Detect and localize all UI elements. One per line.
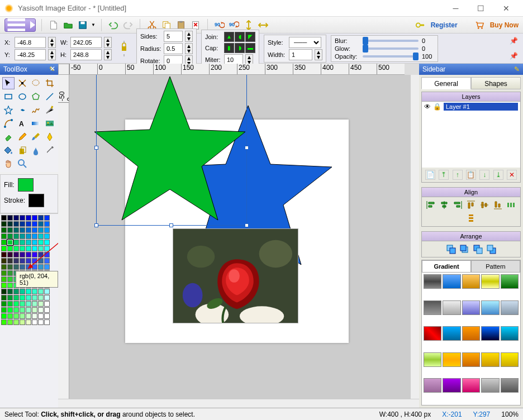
- palette-cell[interactable]: [7, 301, 13, 307]
- palette-cell[interactable]: [1, 233, 7, 239]
- distribute-h-icon[interactable]: [506, 199, 517, 211]
- main-menu-button[interactable]: [4, 18, 36, 32]
- palette-cell[interactable]: [1, 240, 7, 245]
- layer-bottom-icon[interactable]: ⤓: [493, 170, 503, 180]
- gradient-swatch[interactable]: [443, 274, 460, 289]
- palette-cell[interactable]: [7, 283, 13, 288]
- layer-down-icon[interactable]: ↓: [479, 170, 489, 180]
- image-tool[interactable]: [44, 117, 56, 130]
- palette-cell[interactable]: [32, 319, 37, 325]
- radius-spinner[interactable]: ▴▾: [185, 43, 193, 54]
- brush-tool[interactable]: [30, 131, 42, 143]
- palette-cell[interactable]: [38, 289, 44, 294]
- palette-cell[interactable]: [13, 258, 19, 264]
- gradient-swatch[interactable]: [481, 352, 499, 367]
- palette-cell[interactable]: [13, 289, 19, 294]
- spiral-tool[interactable]: [16, 104, 28, 116]
- align-center-v-icon[interactable]: [479, 199, 490, 211]
- gradient-swatch[interactable]: [501, 300, 519, 315]
- text-tool[interactable]: A: [16, 117, 28, 130]
- canvas-viewport[interactable]: [69, 75, 410, 399]
- line-tool[interactable]: [44, 90, 56, 103]
- open-file-icon[interactable]: [62, 19, 74, 31]
- palette-cell[interactable]: [38, 313, 44, 319]
- palette-cell[interactable]: [13, 240, 19, 245]
- palette-cell[interactable]: [13, 295, 19, 300]
- layer-up-icon[interactable]: ↑: [453, 170, 463, 180]
- minimize-button[interactable]: ─: [443, 0, 468, 17]
- palette-cell[interactable]: [7, 215, 13, 221]
- palette-cell[interactable]: [7, 264, 13, 270]
- palette-cell[interactable]: [38, 295, 44, 300]
- palette-cell[interactable]: [32, 307, 37, 313]
- gradient-swatch[interactable]: [424, 300, 441, 315]
- new-layer-icon[interactable]: 📄: [425, 170, 435, 180]
- key-icon[interactable]: [414, 19, 426, 31]
- h-input[interactable]: [70, 49, 102, 60]
- palette-cell[interactable]: [26, 301, 31, 307]
- smudge-tool[interactable]: [30, 144, 42, 156]
- palette-cell[interactable]: [1, 307, 7, 313]
- palette-cell[interactable]: [1, 264, 7, 270]
- palette-cell[interactable]: [1, 301, 7, 307]
- save-dropdown-icon[interactable]: ▼: [91, 22, 96, 27]
- new-file-icon[interactable]: [47, 19, 60, 31]
- buynow-link[interactable]: Buy Now: [490, 21, 519, 29]
- pin-bottom-icon[interactable]: 📌: [510, 52, 519, 60]
- palette-cell[interactable]: [32, 215, 37, 221]
- select-tool[interactable]: [2, 77, 15, 89]
- palette-cell[interactable]: [7, 295, 13, 300]
- stroke-swatch[interactable]: [28, 194, 44, 207]
- palette-cell[interactable]: [1, 319, 7, 325]
- gradient-swatch[interactable]: [443, 378, 460, 393]
- toolbox-close-icon[interactable]: ✕: [48, 65, 57, 74]
- palette-cell[interactable]: [26, 319, 31, 325]
- palette-cell[interactable]: [1, 295, 7, 300]
- w-spinner[interactable]: ▴▾: [104, 37, 112, 48]
- lasso-tool[interactable]: [30, 77, 42, 89]
- clone-tool[interactable]: [16, 144, 28, 156]
- align-right-icon[interactable]: [452, 199, 463, 211]
- star-tool[interactable]: [2, 104, 15, 116]
- h-spinner[interactable]: ▴▾: [104, 49, 112, 60]
- palette-cell[interactable]: [13, 227, 19, 233]
- redo-icon[interactable]: [122, 19, 134, 31]
- gradient-swatch[interactable]: [443, 326, 460, 341]
- palette-cell[interactable]: [13, 264, 19, 270]
- gradient-swatch[interactable]: [424, 378, 441, 393]
- line-width-spinner[interactable]: ▴▾: [315, 49, 322, 60]
- layer-top-icon[interactable]: ⤒: [439, 170, 449, 180]
- palette-cell[interactable]: [44, 307, 50, 313]
- palette-cell[interactable]: [38, 301, 44, 307]
- close-button[interactable]: ✕: [493, 0, 519, 17]
- gradient-swatch[interactable]: [462, 274, 480, 289]
- palette-cell[interactable]: [38, 307, 44, 313]
- gradient-swatch[interactable]: [462, 300, 480, 315]
- distribute-v-icon[interactable]: [465, 213, 477, 224]
- lock-icon[interactable]: 🔒: [433, 103, 441, 111]
- gradient-swatch[interactable]: [501, 326, 519, 341]
- x-spinner[interactable]: ▴▾: [48, 37, 56, 48]
- crop-tool[interactable]: [44, 77, 56, 89]
- gradient-swatch[interactable]: [481, 300, 499, 315]
- gradient-swatch[interactable]: [443, 300, 460, 315]
- gradient-swatch[interactable]: [501, 378, 519, 393]
- palette-cell[interactable]: [44, 215, 50, 221]
- palette-cell[interactable]: [44, 221, 50, 227]
- eraser-tool[interactable]: [2, 131, 15, 143]
- register-link[interactable]: Register: [431, 21, 458, 29]
- palette-cell[interactable]: [32, 301, 37, 307]
- sides-spinner[interactable]: ▴▾: [185, 31, 193, 42]
- layer-name[interactable]: Layer #1: [444, 103, 518, 111]
- node-tool[interactable]: [16, 77, 28, 89]
- pencil-tool[interactable]: [16, 131, 28, 143]
- arrange-forward-icon[interactable]: [459, 244, 470, 255]
- palette-cell[interactable]: [20, 289, 25, 294]
- palette-cell[interactable]: [7, 252, 13, 257]
- radius-input[interactable]: [164, 43, 183, 54]
- pen-tool[interactable]: [44, 131, 56, 143]
- maximize-button[interactable]: ☐: [468, 0, 493, 17]
- palette-cell[interactable]: [7, 313, 13, 319]
- palette-cell[interactable]: [32, 289, 37, 294]
- palette-cell[interactable]: [7, 289, 13, 294]
